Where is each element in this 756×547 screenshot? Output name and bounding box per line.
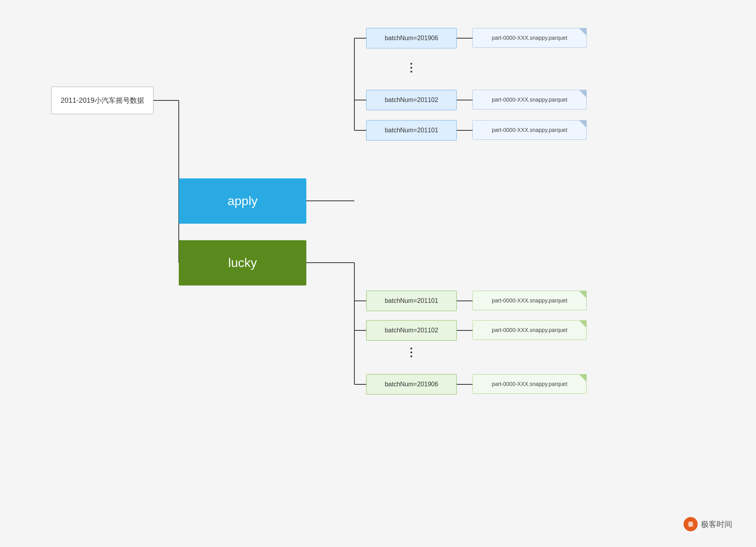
batch-node-green-1: batchNum=201101 — [366, 291, 457, 311]
batch-blue-3-label: batchNum=201101 — [385, 127, 438, 134]
lucky-label: lucky — [228, 256, 257, 270]
geek-logo-icon: 极 — [684, 517, 698, 531]
batch-green-2-label: batchNum=201102 — [385, 327, 438, 334]
file-green-3-label: part-0000-XXX.snappy.parquet — [492, 381, 567, 387]
blue-dots: ⋮ — [406, 61, 417, 74]
batch-node-green-3: batchNum=201906 — [366, 374, 457, 395]
batch-green-3-label: batchNum=201906 — [385, 381, 438, 388]
svg-text:极: 极 — [687, 521, 694, 527]
file-node-blue-1: part-0000-XXX.snappy.parquet — [472, 28, 587, 48]
batch-node-blue-3: batchNum=201101 — [366, 120, 457, 141]
file-node-green-2: part-0000-XXX.snappy.parquet — [472, 320, 587, 340]
file-green-2-label: part-0000-XXX.snappy.parquet — [492, 327, 567, 333]
diagram-container: 2011-2019小汽车摇号数据 apply lucky batchNum=20… — [0, 0, 756, 547]
geek-logo: 极 极客时间 — [684, 517, 732, 531]
batch-node-blue-2: batchNum=201102 — [366, 90, 457, 110]
batch-blue-1-label: batchNum=201906 — [385, 35, 438, 42]
batch-blue-2-label: batchNum=201102 — [385, 96, 438, 104]
diagram-lines — [0, 0, 756, 547]
file-blue-3-label: part-0000-XXX.snappy.parquet — [492, 127, 567, 133]
file-node-green-1: part-0000-XXX.snappy.parquet — [472, 291, 587, 310]
geek-logo-text: 极客时间 — [701, 519, 732, 530]
batch-green-1-label: batchNum=201101 — [385, 297, 438, 304]
root-node: 2011-2019小汽车摇号数据 — [51, 87, 154, 114]
apply-node: apply — [179, 178, 306, 224]
file-node-green-3: part-0000-XXX.snappy.parquet — [472, 374, 587, 394]
file-blue-1-label: part-0000-XXX.snappy.parquet — [492, 35, 567, 41]
file-node-blue-2: part-0000-XXX.snappy.parquet — [472, 90, 587, 109]
file-node-blue-3: part-0000-XXX.snappy.parquet — [472, 120, 587, 140]
file-green-1-label: part-0000-XXX.snappy.parquet — [492, 297, 567, 304]
green-dots: ⋮ — [406, 346, 417, 359]
apply-label: apply — [228, 194, 258, 208]
batch-node-blue-1: batchNum=201906 — [366, 28, 457, 48]
root-label: 2011-2019小汽车摇号数据 — [61, 96, 144, 105]
batch-node-green-2: batchNum=201102 — [366, 320, 457, 341]
lucky-node: lucky — [179, 240, 306, 286]
file-blue-2-label: part-0000-XXX.snappy.parquet — [492, 96, 567, 103]
